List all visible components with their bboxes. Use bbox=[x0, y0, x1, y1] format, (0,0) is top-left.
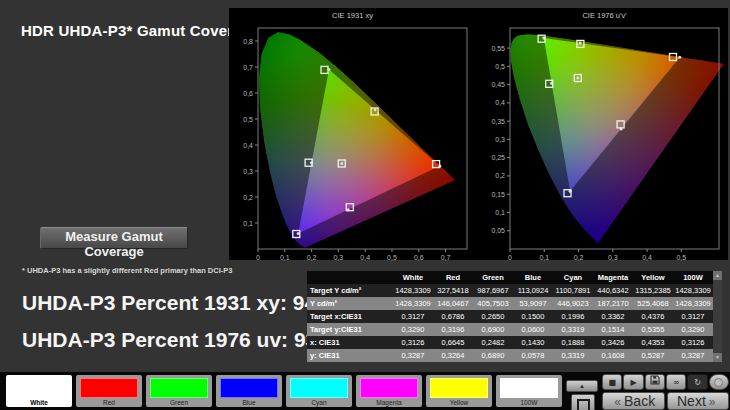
svg-text:0,3: 0,3 bbox=[608, 254, 618, 261]
svg-text:0,05: 0,05 bbox=[491, 227, 505, 234]
column-header: Yellow bbox=[633, 271, 673, 284]
table-cell: 0,5287 bbox=[633, 349, 673, 362]
svg-text:0,8: 0,8 bbox=[243, 38, 253, 45]
pattern-red[interactable]: Red bbox=[76, 375, 142, 407]
up-arrow-icon: ▲ bbox=[579, 383, 585, 389]
cie-1976-chart-title: CIE 1976 u'v' bbox=[483, 8, 726, 24]
pattern-green[interactable]: Green bbox=[146, 375, 212, 407]
measure-gamut-coverage-button[interactable]: Measure Gamut Coverage bbox=[40, 227, 188, 249]
target-point-white bbox=[340, 162, 343, 165]
pattern-window-button[interactable] bbox=[571, 394, 595, 410]
pattern-label: Blue bbox=[216, 399, 282, 406]
play-icon: ▶ bbox=[630, 378, 636, 387]
pattern-blue[interactable]: Blue bbox=[216, 375, 282, 407]
table-cell: 113,0924 bbox=[513, 284, 553, 297]
target-point-white bbox=[576, 76, 579, 79]
pattern-swatch bbox=[430, 378, 488, 398]
table-cell: 0,3196 bbox=[433, 323, 473, 336]
pattern-magenta[interactable]: Magenta bbox=[356, 375, 422, 407]
svg-text:0,4: 0,4 bbox=[495, 99, 505, 106]
nav-buttons: «Back Next» bbox=[602, 392, 729, 410]
transport-panel: ■ ▶ ∞ ↻ «Back Next» bbox=[602, 374, 729, 410]
stop-button[interactable]: ■ bbox=[602, 374, 622, 390]
table-cell: 0,1996 bbox=[553, 310, 593, 323]
pattern-label: Green bbox=[146, 399, 212, 406]
table-cell: 327,5418 bbox=[433, 284, 473, 297]
row-label: Target y:CIE31 bbox=[307, 323, 393, 336]
table-corner-cell bbox=[307, 271, 393, 284]
table-cell: 525,4068 bbox=[633, 297, 673, 310]
svg-text:0,5: 0,5 bbox=[495, 63, 505, 70]
table-cell: 0,5355 bbox=[633, 323, 673, 336]
back-label: Back bbox=[624, 393, 655, 409]
target-point-red bbox=[678, 56, 681, 59]
cie-1976-chart-panel: CIE 1976 u'v' 00,10,20,30,40,50,050,10,1… bbox=[483, 8, 726, 260]
svg-text:0,1: 0,1 bbox=[280, 254, 290, 261]
pattern-cyan[interactable]: Cyan bbox=[286, 375, 352, 407]
charts-container: CIE 1931 xy 00,10,20,30,40,50,60,70,10,2… bbox=[229, 8, 728, 260]
table-cell: 0,3362 bbox=[593, 310, 633, 323]
svg-text:0,1: 0,1 bbox=[243, 220, 253, 227]
cie-1931-chart-title: CIE 1931 xy bbox=[231, 8, 474, 24]
table-cell: 0,1430 bbox=[513, 336, 553, 349]
table-cell: 0,6900 bbox=[473, 323, 513, 336]
next-button[interactable]: Next» bbox=[667, 392, 730, 410]
pattern-100w[interactable]: 100W bbox=[496, 375, 562, 407]
table-cell: 0,3126 bbox=[393, 336, 433, 349]
table-cell: 187,2170 bbox=[593, 297, 633, 310]
row-label: y: CIE31 bbox=[307, 349, 393, 362]
target-point-yellow bbox=[579, 42, 582, 45]
table-scrollbar[interactable]: ▲ ▼ bbox=[713, 271, 722, 362]
cie-1976-diagram: 00,10,20,30,40,50,050,10,150,20,250,30,3… bbox=[483, 24, 726, 262]
table-cell: 1428,3309 bbox=[393, 284, 433, 297]
table-cell: 0,3319 bbox=[553, 323, 593, 336]
pattern-scroll-up-button[interactable]: ▲ bbox=[566, 380, 598, 392]
pattern-yellow[interactable]: Yellow bbox=[426, 375, 492, 407]
svg-text:0,7: 0,7 bbox=[243, 64, 253, 71]
table-cell: 0,3290 bbox=[673, 323, 713, 336]
refresh-button[interactable]: ↻ bbox=[687, 374, 707, 390]
svg-text:0,5: 0,5 bbox=[387, 254, 397, 261]
column-header: Green bbox=[473, 271, 513, 284]
cie-1931-chart-panel: CIE 1931 xy 00,10,20,30,40,50,60,70,10,2… bbox=[231, 8, 474, 260]
table-cell: 1428,3309 bbox=[673, 284, 713, 297]
pattern-label: White bbox=[6, 399, 72, 406]
svg-text:0,25: 0,25 bbox=[491, 154, 505, 161]
table-cell: 1428,3309 bbox=[393, 297, 433, 310]
loop-button[interactable]: ∞ bbox=[666, 374, 686, 390]
row-label: Target Y cd/m² bbox=[307, 284, 393, 297]
row-label: Target x:CIE31 bbox=[307, 310, 393, 323]
measurement-table: WhiteRedGreenBlueCyanMagentaYellow100WTa… bbox=[307, 271, 713, 362]
table-cell: 0,0578 bbox=[513, 349, 553, 362]
row-label: x: CIE31 bbox=[307, 336, 393, 349]
svg-text:0,4: 0,4 bbox=[360, 254, 370, 261]
svg-text:0,1: 0,1 bbox=[495, 209, 505, 216]
record-button[interactable] bbox=[709, 374, 729, 390]
table-cell: 1315,2385 bbox=[633, 284, 673, 297]
percent-1976-result: UHDA-P3 Percent 1976 uv: 93,58 bbox=[22, 328, 347, 352]
window-icon bbox=[577, 399, 590, 410]
table-cell: 0,3287 bbox=[673, 349, 713, 362]
table-cell: 0,1500 bbox=[513, 310, 553, 323]
column-header: 100W bbox=[673, 271, 713, 284]
calman-window: HDR UHDA-P3* Gamut Coverage CIE 1931 xy … bbox=[0, 0, 730, 410]
table-cell: 0,1514 bbox=[593, 323, 633, 336]
pattern-swatch bbox=[220, 378, 278, 398]
play-button[interactable]: ▶ bbox=[623, 374, 643, 390]
table-cell: 0,2650 bbox=[473, 310, 513, 323]
back-button[interactable]: «Back bbox=[602, 392, 665, 410]
svg-text:0,3: 0,3 bbox=[243, 168, 253, 175]
next-label: Next bbox=[677, 393, 706, 409]
pattern-white[interactable]: White bbox=[6, 375, 72, 407]
scroll-up-icon[interactable]: ▲ bbox=[713, 271, 722, 280]
scroll-down-icon[interactable]: ▼ bbox=[713, 353, 722, 362]
save-button[interactable] bbox=[645, 374, 665, 390]
table-cell: 0,4353 bbox=[633, 336, 673, 349]
stop-icon: ■ bbox=[608, 378, 616, 387]
svg-text:0,6: 0,6 bbox=[243, 90, 253, 97]
table-cell: 0,3264 bbox=[433, 349, 473, 362]
pattern-bar: WhiteRedGreenBlueCyanMagentaYellow100W ▲… bbox=[0, 372, 730, 410]
svg-text:0,45: 0,45 bbox=[491, 81, 505, 88]
table-cell: 0,6890 bbox=[473, 349, 513, 362]
svg-text:0,2: 0,2 bbox=[574, 254, 584, 261]
